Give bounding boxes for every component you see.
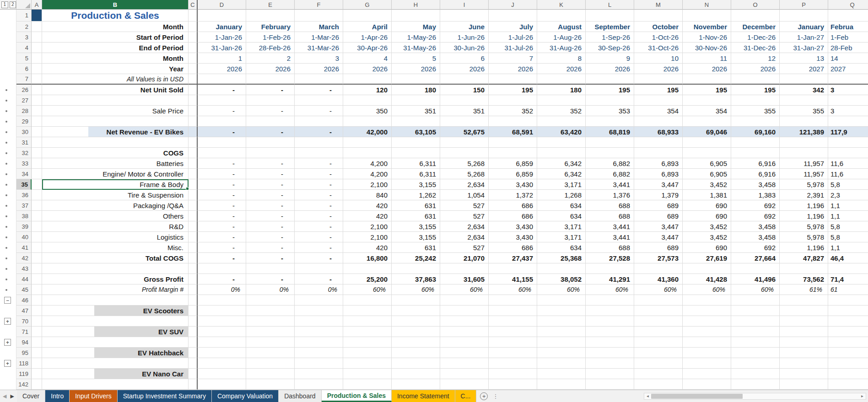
cell-Q39[interactable]: 5,8 <box>828 221 868 232</box>
cell-G47[interactable] <box>343 306 392 316</box>
cell-G45[interactable]: 60% <box>343 284 392 295</box>
cell-E142[interactable] <box>246 379 295 390</box>
cell-G119[interactable] <box>343 369 392 379</box>
cell-N30[interactable]: 69,046 <box>683 127 731 137</box>
cell-E44[interactable]: - <box>246 274 295 284</box>
cell-C2[interactable] <box>189 21 198 32</box>
row-header-37[interactable]: 37 <box>16 200 32 211</box>
cell-H46[interactable] <box>392 295 440 306</box>
sheet-tab-income-statement[interactable]: Income Statement <box>392 390 455 402</box>
cell-P6[interactable]: 2027 <box>780 64 828 74</box>
cell-B7[interactable]: All Values is in USD <box>42 74 189 85</box>
cell-A42[interactable] <box>32 253 42 263</box>
cell-L30[interactable]: 68,819 <box>586 127 634 137</box>
cell-L71[interactable] <box>586 327 634 337</box>
cell-M40[interactable]: 3,447 <box>634 232 683 242</box>
cell-D47[interactable] <box>198 306 246 316</box>
row-header-27[interactable]: 27 <box>16 95 32 106</box>
cell-A46[interactable] <box>32 295 42 306</box>
sheet-tab-intro[interactable]: Intro <box>45 390 70 402</box>
cell-D6[interactable]: 2026 <box>198 64 246 74</box>
column-header-C[interactable]: C <box>189 0 198 10</box>
cell-G1[interactable] <box>343 10 392 21</box>
cell-E26[interactable]: - <box>246 85 295 95</box>
cell-O4[interactable]: 31-Dec-26 <box>731 43 780 53</box>
cell-H42[interactable]: 25,242 <box>392 253 440 263</box>
cell-E42[interactable]: - <box>246 253 295 263</box>
cell-N27[interactable] <box>683 95 731 106</box>
cell-M29[interactable] <box>634 116 683 127</box>
cell-B37[interactable]: Packaging /Q&A <box>42 200 189 211</box>
cell-N36[interactable]: 1,381 <box>683 190 731 200</box>
cell-K27[interactable] <box>537 95 586 106</box>
cell-L4[interactable]: 30-Sep-26 <box>586 43 634 53</box>
cell-I36[interactable]: 1,054 <box>440 190 489 200</box>
row-header-41[interactable]: 41 <box>16 242 32 253</box>
cell-J142[interactable] <box>489 379 537 390</box>
cell-M142[interactable] <box>634 379 683 390</box>
cell-I95[interactable] <box>440 348 489 358</box>
cell-M30[interactable]: 68,933 <box>634 127 683 137</box>
cell-E40[interactable]: - <box>246 232 295 242</box>
cell-N4[interactable]: 30-Nov-26 <box>683 43 731 53</box>
scrollbar-track[interactable]: ◄ ► <box>644 393 866 400</box>
cell-A6[interactable] <box>32 64 42 74</box>
cell-Q47[interactable] <box>828 306 868 316</box>
cell-L27[interactable] <box>586 95 634 106</box>
cell-O46[interactable] <box>731 295 780 306</box>
cell-N44[interactable]: 41,428 <box>683 274 731 284</box>
cell-L42[interactable]: 27,528 <box>586 253 634 263</box>
cell-A27[interactable] <box>32 95 42 106</box>
cell-P31[interactable] <box>780 137 828 148</box>
cell-J29[interactable] <box>489 116 537 127</box>
cell-H118[interactable] <box>392 358 440 369</box>
column-header-M[interactable]: M <box>634 0 683 10</box>
cell-M33[interactable]: 6,893 <box>634 158 683 169</box>
cell-B95[interactable]: EV Hatchback <box>42 348 189 358</box>
cell-N34[interactable]: 6,905 <box>683 169 731 179</box>
cell-C28[interactable] <box>189 106 198 116</box>
cell-M95[interactable] <box>634 348 683 358</box>
cell-C5[interactable] <box>189 53 198 64</box>
cell-H38[interactable]: 631 <box>392 211 440 221</box>
row-header-95[interactable]: 95 <box>16 348 32 358</box>
cell-O71[interactable] <box>731 327 780 337</box>
cell-P119[interactable] <box>780 369 828 379</box>
cell-G42[interactable]: 16,800 <box>343 253 392 263</box>
cell-I29[interactable] <box>440 116 489 127</box>
column-header-O[interactable]: O <box>731 0 780 10</box>
cell-O26[interactable]: 195 <box>731 85 780 95</box>
cell-L31[interactable] <box>586 137 634 148</box>
cell-G7[interactable] <box>343 74 392 85</box>
cell-O5[interactable]: 12 <box>731 53 780 64</box>
cell-C46[interactable] <box>189 295 198 306</box>
cell-K118[interactable] <box>537 358 586 369</box>
cell-K42[interactable]: 25,368 <box>537 253 586 263</box>
cell-E70[interactable] <box>246 316 295 327</box>
cell-N118[interactable] <box>683 358 731 369</box>
cell-K3[interactable]: 1-Aug-26 <box>537 32 586 43</box>
cell-F29[interactable] <box>295 116 343 127</box>
cell-B119[interactable]: EV Nano Car <box>42 369 189 379</box>
cell-Q34[interactable]: 11,6 <box>828 169 868 179</box>
cell-I142[interactable] <box>440 379 489 390</box>
cell-Q71[interactable] <box>828 327 868 337</box>
cell-P28[interactable]: 355 <box>780 106 828 116</box>
cell-Q5[interactable]: 14 <box>828 53 868 64</box>
cell-B30[interactable]: Net Revenue - EV Bikes <box>42 127 189 137</box>
outline-level-2-button[interactable]: 2 <box>10 1 16 8</box>
cell-N42[interactable]: 27,619 <box>683 253 731 263</box>
cell-L41[interactable]: 688 <box>586 242 634 253</box>
cell-F32[interactable] <box>295 148 343 158</box>
cell-H30[interactable]: 63,105 <box>392 127 440 137</box>
cell-F2[interactable]: March <box>295 21 343 32</box>
cell-D3[interactable]: 1-Jan-26 <box>198 32 246 43</box>
cell-I31[interactable] <box>440 137 489 148</box>
cell-A7[interactable] <box>32 74 42 85</box>
cell-E34[interactable]: - <box>246 169 295 179</box>
cell-A29[interactable] <box>32 116 42 127</box>
cell-K41[interactable]: 634 <box>537 242 586 253</box>
cell-D1[interactable] <box>198 10 246 21</box>
column-header-K[interactable]: K <box>537 0 586 10</box>
cell-N33[interactable]: 6,905 <box>683 158 731 169</box>
